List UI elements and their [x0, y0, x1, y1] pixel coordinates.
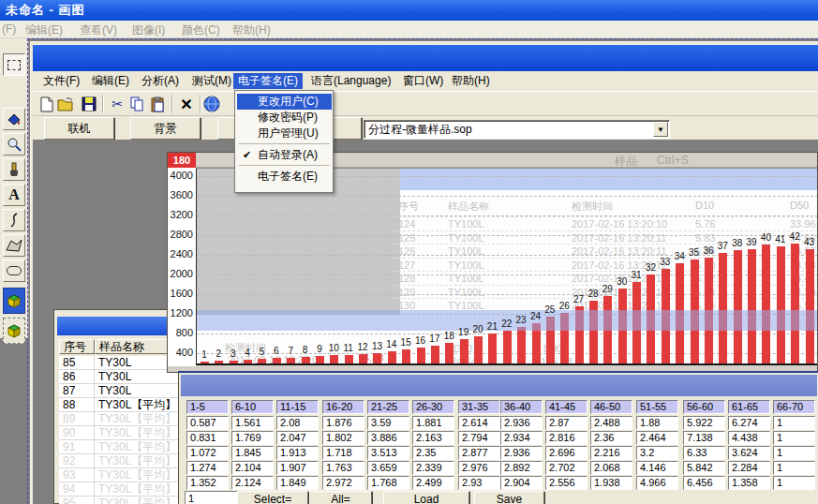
dist-data-cell[interactable]: 2.794: [458, 431, 500, 445]
dist-data-cell[interactable]: 2.972: [322, 476, 364, 490]
text-tool-icon[interactable]: A: [3, 184, 25, 206]
dist-data-cell[interactable]: 3.659: [367, 461, 409, 475]
dist-data-cell[interactable]: 1: [773, 416, 815, 430]
app-menu-item[interactable]: 电子签名(E): [233, 73, 303, 89]
menu-item-更改用户(C)[interactable]: 更改用户(C): [237, 94, 332, 110]
dist-data-cell[interactable]: 1: [773, 431, 815, 445]
dist-data-cell[interactable]: 2.08: [276, 416, 319, 430]
dist-data-cell[interactable]: 2.556: [545, 476, 587, 490]
sample-row-index[interactable]: 85: [59, 356, 95, 370]
dist-header-cell[interactable]: 31-35: [458, 400, 500, 414]
paint-menu-item[interactable]: 颜色(C): [182, 22, 220, 38]
dist-data-cell[interactable]: 2.936: [500, 446, 543, 460]
cut-icon[interactable]: ✂: [108, 95, 126, 113]
dist-data-cell[interactable]: 1.849: [276, 476, 319, 490]
dist-header-cell[interactable]: 41-45: [545, 400, 587, 414]
dist-data-cell[interactable]: 1.876: [322, 416, 364, 430]
toolbar-button-背景[interactable]: 背景: [130, 117, 201, 140]
rounded-rect-tool-icon[interactable]: [3, 259, 25, 282]
dist-data-cell[interactable]: 2.816: [545, 431, 587, 445]
dist-data-cell[interactable]: 1.352: [186, 476, 229, 490]
save-icon[interactable]: [80, 95, 98, 113]
dist-data-cell[interactable]: 2.614: [458, 416, 500, 430]
polygon-tool-icon[interactable]: [3, 234, 25, 257]
dist-header-cell[interactable]: 26-30: [412, 400, 454, 414]
sample-row-index[interactable]: 86: [59, 370, 95, 384]
paint-menu-item[interactable]: 图像(I): [132, 22, 165, 38]
copy-icon[interactable]: [127, 95, 146, 113]
app-menu-item[interactable]: 编辑(E): [87, 73, 134, 89]
dist-data-cell[interactable]: 3.2: [636, 446, 678, 460]
dist-data-cell[interactable]: 2.934: [500, 431, 543, 445]
dist-data-cell[interactable]: 2.499: [412, 476, 454, 490]
dist-data-cell[interactable]: 2.216: [590, 446, 632, 460]
dist-data-cell[interactable]: 1.718: [322, 446, 364, 460]
dist-data-cell[interactable]: 1.769: [231, 431, 274, 445]
dist-data-cell[interactable]: 2.068: [590, 461, 632, 475]
dist-data-cell[interactable]: 2.464: [636, 431, 678, 445]
all-button[interactable]: All=: [309, 491, 372, 504]
app-menu-item[interactable]: 文件(F): [38, 73, 84, 89]
dist-data-cell[interactable]: 2.696: [545, 446, 587, 460]
app-menu-item[interactable]: 分析(A): [137, 73, 184, 89]
open-folder-icon[interactable]: [56, 95, 75, 113]
chevron-down-icon[interactable]: ▼: [653, 122, 668, 137]
dist-header-cell[interactable]: 11-15: [276, 400, 319, 414]
dist-data-cell[interactable]: 2.936: [500, 416, 543, 430]
dist-data-cell[interactable]: 2.163: [412, 431, 454, 445]
dist-data-cell[interactable]: 2.877: [458, 446, 500, 460]
menu-item-用户管理(U)[interactable]: 用户管理(U): [237, 126, 332, 141]
dist-data-cell[interactable]: 4.438: [728, 431, 770, 445]
dist-data-cell[interactable]: 1: [773, 461, 815, 475]
dist-header-cell[interactable]: 51-55: [636, 400, 678, 414]
dist-data-cell[interactable]: 5.922: [683, 416, 725, 430]
delete-x-icon[interactable]: ✕: [177, 95, 196, 113]
paint-menu-item[interactable]: 查看(V): [80, 22, 117, 38]
app-menu-item[interactable]: 语言(Language): [306, 73, 395, 89]
sample-row-index[interactable]: 87: [59, 384, 95, 398]
dist-data-cell[interactable]: 1.274: [186, 461, 229, 475]
menu-item-修改密码(P)[interactable]: 修改密码(P): [237, 110, 332, 126]
dist-header-cell[interactable]: 21-25: [367, 400, 409, 414]
dist-data-cell[interactable]: 2.702: [545, 461, 587, 475]
dist-data-cell[interactable]: 0.831: [186, 431, 229, 445]
dist-data-cell[interactable]: 1.072: [186, 446, 229, 460]
dist-data-cell[interactable]: 2.976: [458, 461, 500, 475]
dist-header-cell[interactable]: 6-10: [231, 400, 274, 414]
sample-row-index[interactable]: 88: [59, 398, 95, 412]
dist-data-cell[interactable]: 2.35: [412, 446, 454, 460]
dist-data-cell[interactable]: 1: [773, 446, 815, 460]
select-tool-icon[interactable]: [3, 53, 25, 76]
paste-icon[interactable]: [148, 95, 167, 113]
dist-data-cell[interactable]: 1.881: [412, 416, 454, 430]
dist-data-cell[interactable]: 5.842: [683, 461, 725, 475]
dist-header-cell[interactable]: 1-5: [186, 400, 229, 414]
curve-tool-icon[interactable]: [3, 209, 25, 231]
dist-data-cell[interactable]: 4.966: [636, 476, 678, 490]
count-input[interactable]: 1: [185, 491, 238, 504]
magnifier-tool-icon[interactable]: [3, 133, 25, 156]
dist-header-cell[interactable]: 36-40: [500, 400, 543, 414]
load-button[interactable]: Load: [383, 491, 469, 504]
dist-header-cell[interactable]: 61-65: [728, 400, 770, 414]
dist-data-cell[interactable]: 1.913: [276, 446, 319, 460]
dist-data-cell[interactable]: 1.768: [367, 476, 409, 490]
dist-data-cell[interactable]: 1.907: [276, 461, 319, 475]
dist-data-cell[interactable]: 6.274: [728, 416, 770, 430]
dist-data-cell[interactable]: 1.845: [231, 446, 274, 460]
dist-data-cell[interactable]: 4.146: [636, 461, 678, 475]
paint-menu-item[interactable]: 编辑(E): [25, 22, 63, 38]
dist-header-cell[interactable]: 46-50: [590, 400, 632, 414]
paint-menu-item[interactable]: 帮助(H): [232, 22, 271, 38]
cube-3d-icon[interactable]: [3, 318, 25, 344]
dist-data-cell[interactable]: 1.561: [231, 416, 274, 430]
dist-data-cell[interactable]: 7.138: [683, 431, 725, 445]
dist-data-cell[interactable]: 0.587: [186, 416, 229, 430]
dist-data-cell[interactable]: 3.624: [728, 446, 770, 460]
menu-item-自动登录(A)[interactable]: 自动登录(A)✔: [237, 147, 332, 163]
app-menu-item[interactable]: 窗口(W): [398, 73, 448, 89]
dist-data-cell[interactable]: 1.358: [728, 476, 770, 490]
save-button[interactable]: Save: [474, 491, 544, 504]
fill-tool-icon[interactable]: [3, 108, 25, 130]
paint-menu-item[interactable]: (F): [2, 22, 16, 36]
